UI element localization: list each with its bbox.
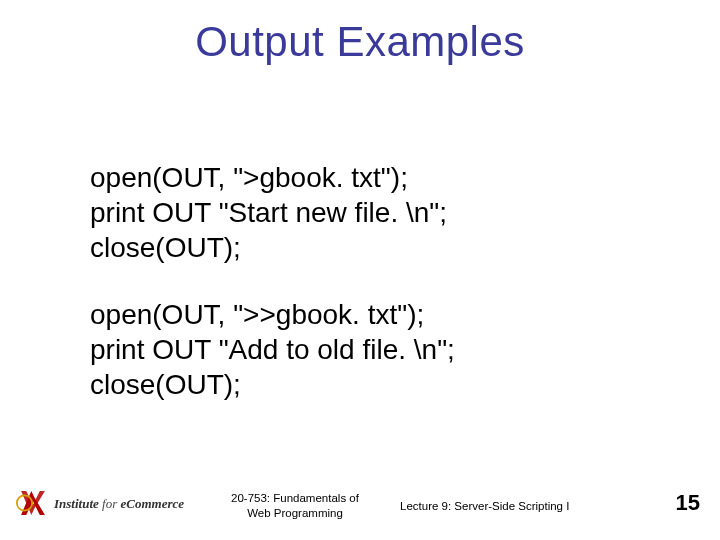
logo-word-institute: Institute xyxy=(54,496,99,511)
code-line: print OUT "Add to old file. \n"; xyxy=(90,332,650,367)
page-number: 15 xyxy=(676,490,700,516)
footer-course-line: 20-753: Fundamentals of xyxy=(210,491,380,505)
slide-title: Output Examples xyxy=(0,18,720,66)
code-block-2: open(OUT, ">>gbook. txt"); print OUT "Ad… xyxy=(90,297,650,402)
code-line: open(OUT, ">gbook. txt"); xyxy=(90,160,650,195)
logo-word-for: for xyxy=(99,496,121,511)
footer-lecture: Lecture 9: Server-Side Scripting I xyxy=(400,500,640,512)
logo-text: Institute for eCommerce xyxy=(54,497,184,510)
slide-body: open(OUT, ">gbook. txt"); print OUT "Sta… xyxy=(90,160,650,434)
footer-course: 20-753: Fundamentals of Web Programming xyxy=(210,491,380,520)
code-line: close(OUT); xyxy=(90,230,650,265)
code-line: print OUT "Start new file. \n"; xyxy=(90,195,650,230)
slide: Output Examples open(OUT, ">gbook. txt")… xyxy=(0,0,720,540)
footer-course-line: Web Programming xyxy=(210,506,380,520)
code-block-1: open(OUT, ">gbook. txt"); print OUT "Sta… xyxy=(90,160,650,265)
code-line: close(OUT); xyxy=(90,367,650,402)
slide-footer: Institute for eCommerce 20-753: Fundamen… xyxy=(0,482,720,526)
logo-word-ecommerce: eCommerce xyxy=(120,496,184,511)
code-line: open(OUT, ">>gbook. txt"); xyxy=(90,297,650,332)
logo-mark-icon xyxy=(16,486,50,520)
footer-logo: Institute for eCommerce xyxy=(16,486,184,520)
